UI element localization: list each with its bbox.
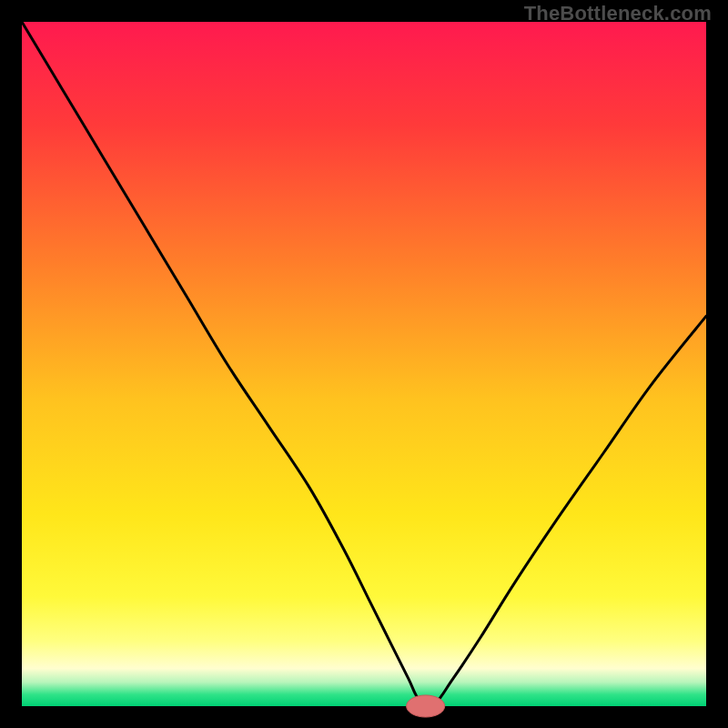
watermark-text: TheBottleneck.com: [524, 2, 712, 25]
bottleneck-chart: [0, 0, 728, 728]
plot-background: [22, 22, 706, 706]
chart-frame: TheBottleneck.com: [0, 0, 728, 728]
optimal-marker: [407, 695, 445, 717]
